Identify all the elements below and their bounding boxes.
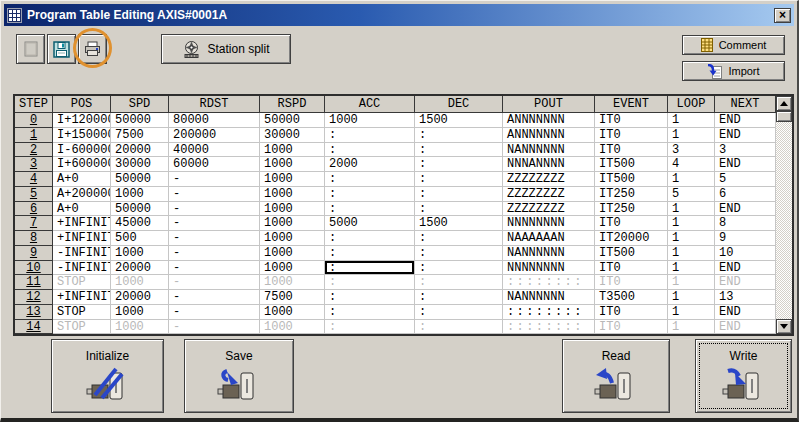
cell-pos[interactable]: A+0 [53, 172, 111, 187]
cell-pout[interactable]: ZZZZZZZZ [503, 202, 595, 217]
cell-next[interactable]: 8 [715, 216, 776, 231]
cell-pout[interactable]: NANNNNNN [503, 143, 595, 158]
cell-acc[interactable]: : [325, 261, 415, 276]
cell-loop[interactable]: 1 [668, 320, 715, 335]
row-header-step[interactable]: 5 [15, 187, 53, 202]
cell-acc[interactable]: 1000 [325, 113, 415, 128]
row-header-step[interactable]: 3 [15, 157, 53, 172]
cell-acc[interactable]: : [325, 275, 415, 290]
cell-rdst[interactable]: - [169, 172, 260, 187]
cell-spd[interactable]: 30000 [111, 157, 169, 172]
cell-rspd[interactable]: 7500 [260, 290, 325, 305]
row-header-step[interactable]: 6 [15, 202, 53, 217]
cell-event[interactable]: IT0 [595, 113, 668, 128]
cell-next[interactable]: END [715, 113, 776, 128]
cell-event[interactable]: IT0 [595, 275, 668, 290]
cell-event[interactable]: IT0 [595, 216, 668, 231]
scroll-up-button[interactable] [776, 96, 792, 111]
cell-pos[interactable]: +INFINITE [53, 290, 111, 305]
cell-pos[interactable]: -INFINITE [53, 261, 111, 276]
cell-loop[interactable]: 5 [668, 187, 715, 202]
cell-rdst[interactable]: - [169, 202, 260, 217]
cell-event[interactable]: IT0 [595, 143, 668, 158]
cell-acc[interactable]: : [325, 320, 415, 335]
cell-pos[interactable]: +INFINITE [53, 216, 111, 231]
cell-dec[interactable]: : [415, 275, 503, 290]
cell-pout[interactable]: :::::::: [503, 305, 595, 320]
cell-dec[interactable]: 1500 [415, 113, 503, 128]
cell-pos[interactable]: I+150000 [53, 128, 111, 143]
cell-loop[interactable]: 1 [668, 202, 715, 217]
cell-pout[interactable]: ANNNNNNN [503, 113, 595, 128]
vertical-scrollbar[interactable] [776, 96, 792, 334]
cell-event[interactable]: IT20000 [595, 231, 668, 246]
cell-pout[interactable]: NNNANNNN [503, 157, 595, 172]
cell-pout[interactable]: NNNNNNNN [503, 216, 595, 231]
cell-acc[interactable]: : [325, 246, 415, 261]
row-header-step[interactable]: 0 [15, 113, 53, 128]
cell-pos[interactable]: I+600000 [53, 157, 111, 172]
cell-event[interactable]: T3500 [595, 290, 668, 305]
cell-dec[interactable]: : [415, 187, 503, 202]
scrollbar-track[interactable] [776, 122, 792, 319]
cell-event[interactable]: IT500 [595, 172, 668, 187]
cell-rspd[interactable]: 1000 [260, 187, 325, 202]
cell-spd[interactable]: 20000 [111, 290, 169, 305]
cell-rdst[interactable]: - [169, 231, 260, 246]
cell-rdst[interactable]: 60000 [169, 157, 260, 172]
cell-event[interactable]: IT0 [595, 305, 668, 320]
cell-spd[interactable]: 1000 [111, 320, 169, 335]
cell-dec[interactable]: : [415, 172, 503, 187]
cell-rspd[interactable]: 1000 [260, 157, 325, 172]
cell-acc[interactable]: : [325, 231, 415, 246]
cell-pos[interactable]: -INFINITE [53, 246, 111, 261]
cell-next[interactable]: END [715, 157, 776, 172]
cell-dec[interactable]: : [415, 157, 503, 172]
cell-acc[interactable]: : [325, 172, 415, 187]
cell-pout[interactable]: :::::::: [503, 275, 595, 290]
row-header-step[interactable]: 11 [15, 275, 53, 290]
cell-rdst[interactable]: 40000 [169, 143, 260, 158]
cell-pos[interactable]: STOP [53, 275, 111, 290]
cell-spd[interactable]: 50000 [111, 113, 169, 128]
print-button[interactable] [78, 34, 107, 64]
cell-next[interactable]: 9 [715, 231, 776, 246]
cell-pout[interactable]: NNNNNNNN [503, 261, 595, 276]
read-button[interactable]: Read [562, 339, 670, 413]
new-button[interactable] [16, 34, 45, 64]
cell-pos[interactable]: I-600000 [53, 143, 111, 158]
cell-rspd[interactable]: 50000 [260, 113, 325, 128]
cell-spd[interactable]: 1000 [111, 275, 169, 290]
cell-spd[interactable]: 50000 [111, 202, 169, 217]
cell-rdst[interactable]: - [169, 275, 260, 290]
cell-next[interactable]: 6 [715, 187, 776, 202]
cell-next[interactable]: 10 [715, 246, 776, 261]
cell-loop[interactable]: 1 [668, 128, 715, 143]
cell-spd[interactable]: 50000 [111, 172, 169, 187]
write-button[interactable]: Write [695, 339, 792, 413]
cell-loop[interactable]: 1 [668, 275, 715, 290]
cell-rspd[interactable]: 1000 [260, 231, 325, 246]
row-header-step[interactable]: 14 [15, 320, 53, 335]
cell-spd[interactable]: 1000 [111, 187, 169, 202]
cell-rspd[interactable]: 1000 [260, 216, 325, 231]
cell-event[interactable]: IT500 [595, 157, 668, 172]
cell-pout[interactable]: :::::::: [503, 320, 595, 335]
cell-pout[interactable]: NANNNNNN [503, 246, 595, 261]
row-header-step[interactable]: 1 [15, 128, 53, 143]
row-header-step[interactable]: 7 [15, 216, 53, 231]
cell-event[interactable]: IT0 [595, 128, 668, 143]
cell-next[interactable]: END [715, 261, 776, 276]
cell-rdst[interactable]: - [169, 261, 260, 276]
comment-button[interactable]: Comment [682, 35, 785, 55]
cell-acc[interactable]: 2000 [325, 157, 415, 172]
cell-next[interactable]: END [715, 202, 776, 217]
cell-next[interactable]: END [715, 275, 776, 290]
cell-loop[interactable]: 1 [668, 290, 715, 305]
cell-next[interactable]: 3 [715, 143, 776, 158]
cell-pos[interactable]: +INFINITE [53, 231, 111, 246]
cell-rdst[interactable]: - [169, 305, 260, 320]
cell-pos[interactable]: STOP [53, 305, 111, 320]
row-header-step[interactable]: 2 [15, 143, 53, 158]
cell-dec[interactable]: 1500 [415, 216, 503, 231]
